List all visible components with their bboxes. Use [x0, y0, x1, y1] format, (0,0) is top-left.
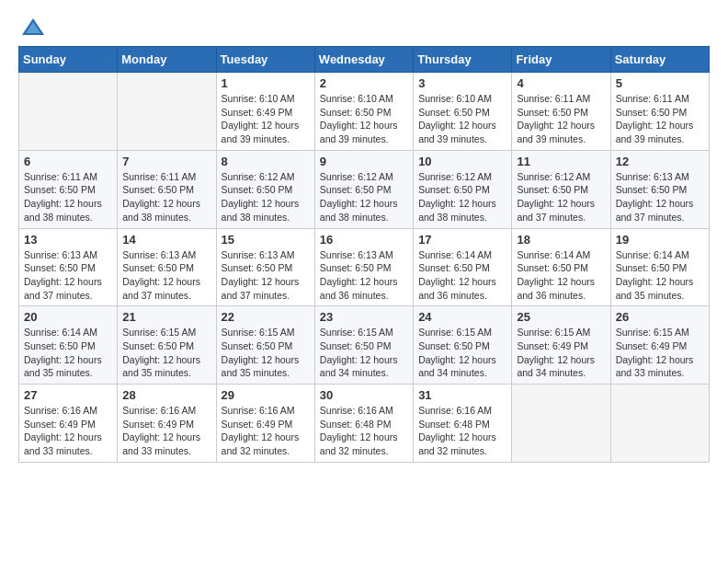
- day-number: 29: [222, 388, 310, 402]
- col-header-friday: Friday: [512, 47, 610, 73]
- calendar-cell: 20Sunrise: 6:14 AM Sunset: 6:50 PM Dayli…: [19, 306, 118, 385]
- day-number: 30: [320, 388, 408, 402]
- day-info: Sunrise: 6:15 AM Sunset: 6:50 PM Dayligh…: [122, 326, 210, 380]
- calendar-cell: 6Sunrise: 6:11 AM Sunset: 6:50 PM Daylig…: [19, 150, 118, 228]
- calendar-cell: 3Sunrise: 6:10 AM Sunset: 6:50 PM Daylig…: [414, 73, 512, 151]
- day-info: Sunrise: 6:13 AM Sunset: 6:50 PM Dayligh…: [616, 170, 704, 224]
- day-number: 14: [122, 233, 210, 247]
- day-info: Sunrise: 6:16 AM Sunset: 6:48 PM Dayligh…: [418, 404, 506, 458]
- calendar-cell: 13Sunrise: 6:13 AM Sunset: 6:50 PM Dayli…: [19, 228, 118, 306]
- header: [18, 15, 710, 37]
- calendar-cell: 14Sunrise: 6:13 AM Sunset: 6:50 PM Dayli…: [118, 228, 216, 306]
- calendar-cell: [512, 385, 610, 463]
- day-number: 1: [222, 76, 310, 90]
- day-info: Sunrise: 6:13 AM Sunset: 6:50 PM Dayligh…: [222, 248, 310, 303]
- day-number: 20: [24, 310, 112, 324]
- page: SundayMondayTuesdayWednesdayThursdayFrid…: [0, 0, 728, 563]
- day-info: Sunrise: 6:11 AM Sunset: 6:50 PM Dayligh…: [517, 92, 605, 146]
- day-number: 27: [24, 388, 112, 402]
- day-number: 31: [418, 388, 506, 402]
- day-info: Sunrise: 6:13 AM Sunset: 6:50 PM Dayligh…: [24, 248, 112, 303]
- day-info: Sunrise: 6:15 AM Sunset: 6:50 PM Dayligh…: [222, 326, 310, 380]
- calendar-cell: 9Sunrise: 6:12 AM Sunset: 6:50 PM Daylig…: [314, 150, 413, 228]
- col-header-monday: Monday: [118, 47, 216, 73]
- day-info: Sunrise: 6:14 AM Sunset: 6:50 PM Dayligh…: [418, 248, 506, 303]
- calendar-cell: 10Sunrise: 6:12 AM Sunset: 6:50 PM Dayli…: [414, 150, 512, 228]
- day-number: 2: [320, 76, 408, 90]
- calendar-cell: [610, 385, 709, 463]
- day-number: 23: [320, 310, 408, 324]
- calendar-cell: 18Sunrise: 6:14 AM Sunset: 6:50 PM Dayli…: [512, 228, 610, 306]
- col-header-thursday: Thursday: [414, 47, 512, 73]
- day-info: Sunrise: 6:10 AM Sunset: 6:50 PM Dayligh…: [320, 92, 408, 146]
- col-header-sunday: Sunday: [19, 47, 118, 73]
- day-info: Sunrise: 6:15 AM Sunset: 6:49 PM Dayligh…: [517, 326, 605, 380]
- calendar-cell: 22Sunrise: 6:15 AM Sunset: 6:50 PM Dayli…: [216, 306, 314, 385]
- day-number: 25: [517, 310, 605, 324]
- day-number: 11: [517, 155, 605, 168]
- day-number: 16: [320, 233, 408, 247]
- calendar-cell: 4Sunrise: 6:11 AM Sunset: 6:50 PM Daylig…: [512, 73, 610, 151]
- calendar-header-row: SundayMondayTuesdayWednesdayThursdayFrid…: [19, 47, 710, 73]
- day-info: Sunrise: 6:16 AM Sunset: 6:48 PM Dayligh…: [320, 404, 408, 458]
- calendar-cell: 24Sunrise: 6:15 AM Sunset: 6:50 PM Dayli…: [414, 306, 512, 385]
- day-info: Sunrise: 6:16 AM Sunset: 6:49 PM Dayligh…: [222, 404, 310, 458]
- day-number: 3: [418, 76, 506, 90]
- day-info: Sunrise: 6:12 AM Sunset: 6:50 PM Dayligh…: [320, 170, 408, 224]
- day-number: 17: [418, 233, 506, 247]
- calendar-week-row: 20Sunrise: 6:14 AM Sunset: 6:50 PM Dayli…: [19, 306, 710, 385]
- day-number: 12: [616, 155, 704, 168]
- day-number: 7: [122, 155, 210, 168]
- calendar-cell: 7Sunrise: 6:11 AM Sunset: 6:50 PM Daylig…: [118, 150, 216, 228]
- day-number: 8: [222, 155, 310, 168]
- day-info: Sunrise: 6:15 AM Sunset: 6:50 PM Dayligh…: [320, 326, 408, 380]
- day-info: Sunrise: 6:11 AM Sunset: 6:50 PM Dayligh…: [616, 92, 704, 146]
- calendar-cell: 30Sunrise: 6:16 AM Sunset: 6:48 PM Dayli…: [314, 385, 413, 463]
- day-number: 26: [616, 310, 704, 324]
- day-info: Sunrise: 6:11 AM Sunset: 6:50 PM Dayligh…: [122, 170, 210, 224]
- calendar-cell: 17Sunrise: 6:14 AM Sunset: 6:50 PM Dayli…: [414, 228, 512, 306]
- calendar-week-row: 13Sunrise: 6:13 AM Sunset: 6:50 PM Dayli…: [19, 228, 710, 306]
- day-info: Sunrise: 6:14 AM Sunset: 6:50 PM Dayligh…: [616, 248, 704, 303]
- day-info: Sunrise: 6:15 AM Sunset: 6:50 PM Dayligh…: [418, 326, 506, 380]
- day-info: Sunrise: 6:10 AM Sunset: 6:49 PM Dayligh…: [222, 92, 310, 146]
- day-number: 19: [616, 233, 704, 247]
- calendar-cell: 15Sunrise: 6:13 AM Sunset: 6:50 PM Dayli…: [216, 228, 314, 306]
- day-number: 6: [24, 155, 112, 168]
- day-number: 10: [418, 155, 506, 168]
- calendar-cell: 31Sunrise: 6:16 AM Sunset: 6:48 PM Dayli…: [414, 385, 512, 463]
- day-number: 9: [320, 155, 408, 168]
- calendar-cell: 19Sunrise: 6:14 AM Sunset: 6:50 PM Dayli…: [610, 228, 709, 306]
- calendar-cell: 11Sunrise: 6:12 AM Sunset: 6:50 PM Dayli…: [512, 150, 610, 228]
- day-info: Sunrise: 6:10 AM Sunset: 6:50 PM Dayligh…: [418, 92, 506, 146]
- calendar-cell: 8Sunrise: 6:12 AM Sunset: 6:50 PM Daylig…: [216, 150, 314, 228]
- col-header-saturday: Saturday: [610, 47, 709, 73]
- calendar-cell: [19, 73, 118, 151]
- calendar-cell: 28Sunrise: 6:16 AM Sunset: 6:49 PM Dayli…: [118, 385, 216, 463]
- day-info: Sunrise: 6:13 AM Sunset: 6:50 PM Dayligh…: [122, 248, 210, 303]
- col-header-wednesday: Wednesday: [314, 47, 413, 73]
- calendar-cell: 29Sunrise: 6:16 AM Sunset: 6:49 PM Dayli…: [216, 385, 314, 463]
- calendar-week-row: 27Sunrise: 6:16 AM Sunset: 6:49 PM Dayli…: [19, 385, 710, 463]
- day-info: Sunrise: 6:13 AM Sunset: 6:50 PM Dayligh…: [320, 248, 408, 303]
- day-info: Sunrise: 6:12 AM Sunset: 6:50 PM Dayligh…: [222, 170, 310, 224]
- day-info: Sunrise: 6:16 AM Sunset: 6:49 PM Dayligh…: [24, 404, 112, 458]
- calendar-week-row: 1Sunrise: 6:10 AM Sunset: 6:49 PM Daylig…: [19, 73, 710, 151]
- day-info: Sunrise: 6:14 AM Sunset: 6:50 PM Dayligh…: [24, 326, 112, 380]
- calendar-cell: 1Sunrise: 6:10 AM Sunset: 6:49 PM Daylig…: [216, 73, 314, 151]
- day-number: 15: [222, 233, 310, 247]
- day-number: 18: [517, 233, 605, 247]
- calendar-cell: 26Sunrise: 6:15 AM Sunset: 6:49 PM Dayli…: [610, 306, 709, 385]
- day-info: Sunrise: 6:15 AM Sunset: 6:49 PM Dayligh…: [616, 326, 704, 380]
- day-number: 5: [616, 76, 704, 90]
- day-info: Sunrise: 6:12 AM Sunset: 6:50 PM Dayligh…: [418, 170, 506, 224]
- day-info: Sunrise: 6:14 AM Sunset: 6:50 PM Dayligh…: [517, 248, 605, 303]
- calendar-cell: 16Sunrise: 6:13 AM Sunset: 6:50 PM Dayli…: [314, 228, 413, 306]
- day-info: Sunrise: 6:12 AM Sunset: 6:50 PM Dayligh…: [517, 170, 605, 224]
- day-info: Sunrise: 6:16 AM Sunset: 6:49 PM Dayligh…: [122, 404, 210, 458]
- col-header-tuesday: Tuesday: [216, 47, 314, 73]
- calendar-cell: [118, 73, 216, 151]
- logo-icon: [20, 15, 46, 40]
- calendar-cell: 27Sunrise: 6:16 AM Sunset: 6:49 PM Dayli…: [19, 385, 118, 463]
- day-number: 24: [418, 310, 506, 324]
